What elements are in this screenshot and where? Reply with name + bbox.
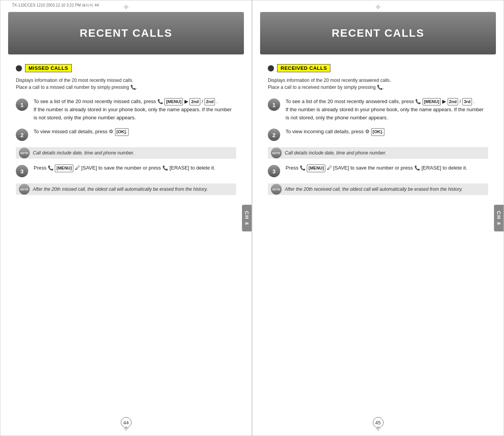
left-page-number: 44: [121, 417, 132, 428]
left-header-title: RECENT CALLS: [79, 27, 172, 39]
right-note2: NOTE After the 20th received call, the o…: [268, 183, 488, 195]
left-step1-menu-icon: 📞: [157, 98, 163, 105]
print-header: TX-110CCES 1210 2003.12.10 3:22 PM 페이지 4…: [12, 3, 99, 8]
right-step3-text: Press 📞 [MENU] 🖊 [SAVE] to save the numb…: [286, 164, 467, 172]
left-step1-circle: 1: [16, 98, 28, 111]
right-step1-2nd-key: 2nd: [448, 98, 458, 106]
right-step3-menu-key: [MENU]: [307, 165, 325, 172]
right-step1-circle: 1: [268, 98, 280, 111]
received-calls-dot: [268, 65, 274, 71]
missed-calls-label: MISSED CALLS: [25, 64, 72, 72]
left-side-tab: CH 4: [242, 205, 252, 232]
left-step2-text: To view missed call details, press ⚙ [OK…: [34, 128, 129, 136]
left-step2-circle: 2: [16, 129, 28, 141]
left-step3-menu-icon: 📞: [48, 165, 54, 172]
right-header-bar: RECENT CALLS: [260, 12, 496, 54]
right-page-number: 45: [373, 417, 384, 428]
left-note2-badge: NOTE: [19, 184, 30, 195]
missed-calls-dot: [16, 65, 22, 71]
right-top-cross: ✛: [375, 3, 381, 11]
right-step3-erase-icon: 📞: [414, 165, 420, 172]
right-step1-3rd-key: 3rd: [462, 98, 472, 106]
left-note1: NOTE Call details include date, time and…: [16, 147, 236, 159]
left-step3-circle: 3: [16, 165, 28, 177]
received-calls-label: RECEIVED CALLS: [277, 64, 330, 72]
right-note1: NOTE Call details include date, time and…: [268, 147, 488, 159]
right-step2-ok-key: [OK].: [371, 128, 385, 136]
right-desc-icon: 📞.: [377, 85, 384, 90]
right-step2-circle: 2: [268, 129, 280, 141]
right-note2-badge: NOTE: [271, 184, 282, 195]
right-step3-circle: 3: [268, 165, 280, 177]
left-step1-2nd-key2: 2nd: [205, 98, 215, 106]
left-step3-row: 3 Press 📞 [MENU] 🖊 [SAVE] to save the nu…: [16, 164, 236, 177]
left-step1-row: 1 To see a list of the 20 most recently …: [16, 98, 236, 122]
right-side-tab: CH 4: [494, 205, 504, 232]
left-page: TX-110CCES 1210 2003.12.10 3:22 PM 페이지 4…: [0, 0, 252, 436]
left-note1-badge: NOTE: [19, 148, 30, 158]
right-note1-badge: NOTE: [271, 148, 282, 158]
left-desc-line1: Displays information of the 20 most rece…: [16, 78, 134, 83]
right-desc-line2: Place a call to a received number by sim…: [268, 85, 375, 90]
left-header-bar: RECENT CALLS: [8, 12, 244, 54]
right-step3-row: 3 Press 📞 [MENU] 🖊 [SAVE] to save the nu…: [268, 164, 488, 177]
right-description: Displays information of the 20 most rece…: [268, 77, 488, 91]
right-step2-row: 2 To view incoming call details, press ⚙…: [268, 128, 488, 141]
left-step2-ok-key: [OK].: [115, 128, 129, 136]
right-header-title: RECENT CALLS: [331, 27, 424, 39]
left-step1-menu-key: [MENU]: [164, 98, 183, 106]
left-step3-erase-icon: 📞: [162, 165, 168, 172]
top-cross: ✛: [123, 3, 129, 11]
left-step3-text: Press 📞 [MENU] 🖊 [SAVE] to save the numb…: [34, 164, 215, 172]
left-desc-icon: 📞.: [130, 85, 137, 90]
left-content: MISSED CALLS Displays information of the…: [0, 54, 252, 210]
right-desc-line1: Displays information of the 20 most rece…: [268, 78, 391, 83]
right-step1-menu-icon: 📞: [415, 98, 421, 105]
left-step1-text: To see a list of the 20 most recently mi…: [34, 98, 236, 122]
received-calls-label-row: RECEIVED CALLS: [268, 64, 488, 72]
left-description: Displays information of the 20 most rece…: [16, 77, 236, 91]
left-step1-2nd-key: 2nd: [189, 98, 200, 106]
right-page: ✛ RECENT CALLS RECEIVED CALLS Displays i…: [252, 0, 504, 436]
missed-calls-label-row: MISSED CALLS: [16, 64, 236, 72]
right-step1-text: To see a list of the 20 most recently an…: [286, 98, 488, 122]
right-step1-row: 1 To see a list of the 20 most recently …: [268, 98, 488, 122]
left-step2-row: 2 To view missed call details, press ⚙ […: [16, 128, 236, 141]
right-step1-menu-key: [MENU]: [423, 98, 441, 106]
left-desc-line2: Place a call to a missed call number by …: [16, 85, 129, 90]
left-step3-menu-key: [MENU]: [55, 165, 73, 172]
right-step3-menu-icon: 📞: [300, 165, 306, 172]
right-content: RECEIVED CALLS Displays information of t…: [252, 54, 504, 210]
right-step2-text: To view incoming call details, press ⚙ […: [286, 128, 384, 136]
left-note2: NOTE After the 20th missed call, the old…: [16, 183, 236, 195]
